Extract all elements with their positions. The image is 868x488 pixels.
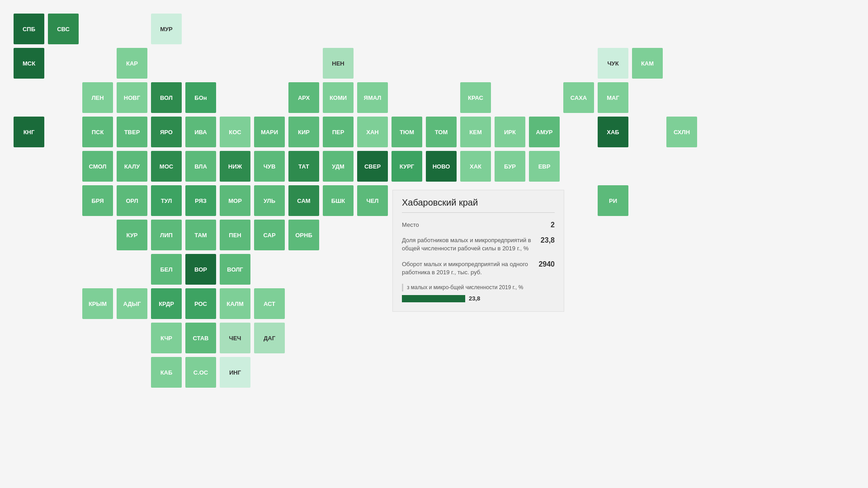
region-cell-tat[interactable]: ТАТ (288, 151, 319, 182)
region-cell-sver[interactable]: СВЕР (357, 151, 388, 182)
region-cell-kur[interactable]: КУР (117, 220, 147, 250)
region-cell-tom[interactable]: ТОМ (426, 117, 457, 147)
region-cell-udm[interactable]: УДМ (323, 151, 354, 182)
region-cell-yamal[interactable]: ЯМАЛ (357, 82, 388, 113)
region-cell-kalu[interactable]: КАЛУ (117, 151, 147, 182)
region-cell-ul[interactable]: УЛЬ (254, 185, 285, 216)
region-cell-hab[interactable]: ХАБ (598, 117, 628, 147)
region-cell-pen[interactable]: ПЕН (220, 220, 250, 250)
region-cell-novo[interactable]: НОВО (426, 151, 457, 182)
region-cell-tam[interactable]: ТАМ (185, 220, 216, 250)
region-cell-vla[interactable]: ВЛА (185, 151, 216, 182)
region-cell-sar[interactable]: САР (254, 220, 285, 250)
region-cell-kab[interactable]: КАБ (151, 357, 182, 388)
region-cell-kras[interactable]: КРАС (460, 82, 491, 113)
region-cell-adyg[interactable]: АДЫГ (117, 288, 147, 319)
region-cell-tyum[interactable]: ТЮМ (392, 117, 422, 147)
region-cell-iva[interactable]: ИВА (185, 117, 216, 147)
region-cell-amur[interactable]: АМУР (529, 117, 560, 147)
bar-fill (402, 295, 465, 302)
region-cell-kurg[interactable]: КУРГ (392, 151, 422, 182)
region-cell-chech[interactable]: ЧЕЧ (220, 323, 250, 353)
region-cell-tver[interactable]: ТВЕР (117, 117, 147, 147)
region-cell-svs[interactable]: СВС (48, 14, 79, 44)
region-cell-sos[interactable]: С.ОС (185, 357, 216, 388)
region-cell-ryz[interactable]: РЯЗ (185, 185, 216, 216)
region-cell-kem[interactable]: КЕМ (460, 117, 491, 147)
region-cell-tul[interactable]: ТУЛ (151, 185, 182, 216)
region-cell-ros[interactable]: РОС (185, 288, 216, 319)
tooltip-title: Хабаровский край (402, 197, 555, 213)
region-cell-arx[interactable]: АРХ (288, 82, 319, 113)
region-cell-hak[interactable]: ХАК (460, 151, 491, 182)
bar-section: з малых и микро-бщей численности 2019 г.… (402, 284, 555, 302)
region-cell-mos[interactable]: МОС (151, 151, 182, 182)
region-cell-psk[interactable]: ПСК (82, 117, 113, 147)
region-cell-bel[interactable]: БЕЛ (151, 254, 182, 285)
region-cell-orl[interactable]: ОРЛ (117, 185, 147, 216)
map-container: СПБСВСМУРМСККАРНЕНЧУККАМЛЕННОВГВОЛАРХКОМ… (14, 14, 854, 474)
region-cell-chuk[interactable]: ЧУК (598, 48, 628, 79)
stat1-value: 23,8 (541, 236, 555, 244)
tooltip-panel: Хабаровский край Место 2 Доля работников… (392, 190, 564, 312)
region-cell-mag[interactable]: МАГ (598, 82, 628, 113)
region-cell-komi[interactable]: КОМИ (323, 82, 354, 113)
region-cell-lip[interactable]: ЛИП (151, 220, 182, 250)
region-cell-kar[interactable]: КАР (117, 48, 147, 79)
region-cell-kos[interactable]: КОС (220, 117, 250, 147)
place-label: Место (402, 221, 551, 229)
region-cell-evr[interactable]: ЕВР (529, 151, 560, 182)
region-cell-chuv[interactable]: ЧУВ (254, 151, 285, 182)
region-cell-kam[interactable]: КАМ (632, 48, 663, 79)
tooltip-place-row: Место 2 (402, 221, 555, 229)
tooltip-stat2-row: Оборот малых и микропредприятий на одног… (402, 260, 555, 277)
region-cell-len[interactable]: ЛЕН (82, 82, 113, 113)
region-cell-kchr[interactable]: КЧР (151, 323, 182, 353)
place-value: 2 (551, 221, 555, 229)
region-cell-irk[interactable]: ИРК (495, 117, 525, 147)
region-cell-per[interactable]: ПЕР (323, 117, 354, 147)
stat1-label: Доля работников малых и микропредприятий… (402, 236, 541, 253)
region-cell-ing[interactable]: ИНГ (220, 357, 250, 388)
region-cell-volg[interactable]: ВОЛГ (220, 254, 250, 285)
region-cell-kng[interactable]: КНГ (14, 117, 44, 147)
region-cell-sam[interactable]: САМ (288, 185, 319, 216)
region-cell-saha[interactable]: САХА (563, 82, 594, 113)
region-cell-bur[interactable]: БУР (495, 151, 525, 182)
region-cell-ri[interactable]: РИ (598, 185, 628, 216)
bar-value: 23,8 (469, 295, 480, 302)
bar-container: 23,8 (402, 295, 555, 302)
region-cell-bshk[interactable]: БШК (323, 185, 354, 216)
region-cell-ast[interactable]: АСТ (254, 288, 285, 319)
region-cell-smol[interactable]: СМОЛ (82, 151, 113, 182)
region-cell-kir[interactable]: КИР (288, 117, 319, 147)
region-cell-dag[interactable]: ДАГ (254, 323, 285, 353)
partial-bar-label: з малых и микро-бщей численности 2019 г.… (402, 284, 555, 291)
region-cell-bry[interactable]: БРЯ (82, 185, 113, 216)
region-cell-vol[interactable]: ВОЛ (151, 82, 182, 113)
region-cell-stav[interactable]: СТАВ (185, 323, 216, 353)
region-cell-nizh[interactable]: НИЖ (220, 151, 250, 182)
region-cell-msk[interactable]: МСК (14, 48, 44, 79)
region-cell-chel[interactable]: ЧЕЛ (357, 185, 388, 216)
region-cell-shln[interactable]: СХЛН (666, 117, 697, 147)
tooltip-stat1-row: Доля работников малых и микропредприятий… (402, 236, 555, 253)
region-cell-nen[interactable]: НЕН (323, 48, 354, 79)
region-cell-kalm[interactable]: КАЛМ (220, 288, 250, 319)
region-cell-ornb[interactable]: ОРНБ (288, 220, 319, 250)
region-cell-novg[interactable]: НОВГ (117, 82, 147, 113)
stat2-label: Оборот малых и микропредприятий на одног… (402, 260, 538, 277)
region-cell-vor[interactable]: ВОР (185, 254, 216, 285)
region-cell-spb[interactable]: СПБ (14, 14, 44, 44)
region-cell-mur[interactable]: МУР (151, 14, 182, 44)
stat2-value: 2940 (538, 260, 555, 268)
region-cell-mor[interactable]: МОР (220, 185, 250, 216)
region-cell-krim[interactable]: КРЫМ (82, 288, 113, 319)
region-cell-yaro[interactable]: ЯРО (151, 117, 182, 147)
region-cell-bon[interactable]: БОн (185, 82, 216, 113)
region-cell-krdr[interactable]: КРДР (151, 288, 182, 319)
region-cell-mari[interactable]: МАРИ (254, 117, 285, 147)
region-cell-han[interactable]: ХАН (357, 117, 388, 147)
